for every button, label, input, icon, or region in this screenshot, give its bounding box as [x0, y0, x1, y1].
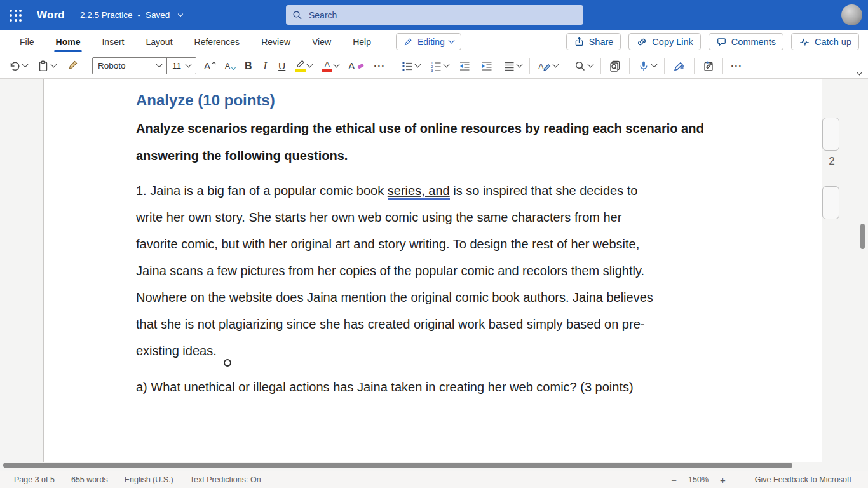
catch-up-button[interactable]: Catch up [791, 33, 859, 50]
chevron-down-icon [444, 62, 450, 68]
question-line[interactable]: a) What unethical or illegal actions has… [136, 374, 634, 400]
document-page[interactable]: Analyze (10 points) Analyze scenarios re… [43, 79, 822, 462]
doc-intro-line[interactable]: Analyze scenarios regarding the ethical … [136, 115, 704, 142]
menu-tab-file[interactable]: File [9, 31, 45, 53]
doc-text-line[interactable]: Nowhere on the website does Jaina mentio… [136, 284, 653, 311]
app-launcher-icon[interactable] [8, 8, 23, 23]
font-color-button[interactable]: A [320, 57, 341, 76]
zoom-in-button[interactable]: + [712, 475, 733, 485]
vertical-scrollbar-thumb[interactable] [860, 224, 865, 249]
grammar-suggestion-underline[interactable]: series, and [388, 184, 450, 200]
comments-label: Comments [731, 37, 776, 47]
menu-tab-help[interactable]: Help [342, 31, 382, 53]
ribbon-toolbar: Roboto 11 A A B I U A [0, 53, 868, 79]
share-button[interactable]: Share [566, 33, 621, 50]
chevron-down-icon [178, 11, 183, 16]
page-nav-thumbnail-next[interactable] [822, 186, 839, 219]
highlight-button[interactable] [293, 57, 314, 76]
editor-button[interactable] [670, 57, 688, 76]
horizontal-scrollbar-thumb[interactable] [3, 463, 792, 468]
body-paragraph[interactable]: 1. Jaina is a big fan of a popular comic… [136, 177, 653, 364]
zoom-out-button[interactable]: − [663, 475, 684, 485]
search-bar[interactable] [286, 5, 583, 25]
highlight-icon [295, 60, 306, 72]
title-separator: - [137, 10, 140, 20]
more-font-options-button[interactable]: ··· [372, 57, 387, 76]
numbered-list-icon: 123 [430, 60, 442, 72]
toolbar-divider [694, 58, 695, 74]
circle-bullet-icon [224, 359, 231, 367]
doc-text-line[interactable]: favorite comic, but with her original ar… [136, 231, 653, 257]
doc-text-line[interactable]: Jaina scans a few pictures from her copi… [136, 257, 653, 284]
share-icon [574, 36, 585, 47]
editing-mode-button[interactable]: Editing [396, 33, 461, 50]
page-nav-thumbnail-prev[interactable] [822, 118, 839, 151]
doc-text-line[interactable]: 1. Jaina is a big fan of a popular comic… [136, 177, 653, 204]
bullet-list-button[interactable] [399, 57, 422, 76]
doc-heading[interactable]: Analyze (10 points) [136, 92, 275, 109]
document-title[interactable]: 2.2.5 Practice - Saved [80, 10, 182, 20]
menu-tab-references[interactable]: References [184, 31, 251, 53]
line-spacing-button[interactable] [501, 57, 524, 76]
caret-down-icon [231, 65, 236, 69]
menu-tab-insert[interactable]: Insert [91, 31, 135, 53]
shrink-font-icon: A [225, 62, 230, 71]
italic-button[interactable]: I [260, 57, 271, 76]
increase-indent-icon [480, 60, 493, 72]
chevron-down-icon [553, 62, 559, 68]
shrink-font-button[interactable]: A [223, 57, 237, 76]
search-pages-button[interactable] [607, 57, 623, 76]
doc-text-line[interactable]: that she is not plagiarizing since she h… [136, 311, 653, 337]
reuse-files-button[interactable] [700, 57, 717, 76]
toolbar-divider [393, 58, 393, 74]
underline-button[interactable]: U [276, 57, 287, 76]
clear-formatting-button[interactable]: A [346, 57, 366, 76]
catch-up-icon [799, 36, 810, 48]
font-size-select[interactable]: 11 [166, 58, 196, 74]
word-count-status[interactable]: 655 words [71, 475, 108, 484]
toolbar-divider [566, 58, 566, 74]
doc-text-line[interactable]: existing ideas. [136, 337, 653, 364]
find-button[interactable] [572, 57, 595, 76]
menu-tab-view[interactable]: View [301, 31, 342, 53]
page-count-status[interactable]: Page 3 of 5 [14, 475, 55, 484]
increase-indent-button[interactable] [478, 57, 495, 76]
menu-tab-review[interactable]: Review [250, 31, 301, 53]
grow-font-icon: A [204, 60, 210, 71]
language-status[interactable]: English (U.S.) [125, 475, 173, 484]
chevron-down-icon [588, 62, 594, 68]
font-size-value: 11 [172, 61, 181, 71]
text-predictions-status[interactable]: Text Predictions: On [190, 475, 261, 484]
format-painter-button[interactable] [64, 57, 80, 76]
decrease-indent-button[interactable] [456, 57, 473, 76]
avatar[interactable] [841, 4, 862, 25]
grow-font-button[interactable]: A [202, 57, 217, 76]
copy-link-button[interactable]: Copy Link [628, 33, 700, 50]
catch-up-label: Catch up [815, 37, 851, 47]
paste-button[interactable] [35, 57, 58, 76]
font-name-select[interactable]: Roboto [93, 58, 166, 74]
pen-and-page-icon [702, 60, 715, 72]
doc-text-line[interactable]: write her own story. She starts her own … [136, 204, 653, 231]
chevron-down-icon [448, 37, 454, 44]
feedback-link[interactable]: Give Feedback to Microsoft [755, 475, 851, 484]
collapse-ribbon-icon[interactable] [857, 69, 863, 76]
caret-up-icon [212, 62, 216, 66]
numbered-list-button[interactable]: 123 [428, 57, 451, 76]
undo-button[interactable] [6, 57, 29, 76]
ellipsis-icon: ··· [374, 60, 385, 71]
zoom-level[interactable]: 150% [684, 475, 712, 484]
comments-button[interactable]: Comments [709, 33, 783, 50]
chevron-down-icon [51, 62, 57, 68]
empty-bullet-line[interactable] [224, 359, 231, 367]
chevron-down-icon [22, 62, 29, 68]
menu-tab-home[interactable]: Home [45, 31, 92, 53]
bold-button[interactable]: B [243, 57, 254, 76]
chevron-down-icon [307, 62, 313, 68]
search-input[interactable] [309, 10, 577, 20]
more-commands-button[interactable]: ··· [729, 57, 744, 76]
styles-button[interactable]: A [536, 57, 560, 76]
doc-intro-line[interactable]: answering the following questions. [136, 142, 348, 170]
dictate-button[interactable] [635, 57, 658, 76]
menu-tab-layout[interactable]: Layout [135, 31, 183, 53]
